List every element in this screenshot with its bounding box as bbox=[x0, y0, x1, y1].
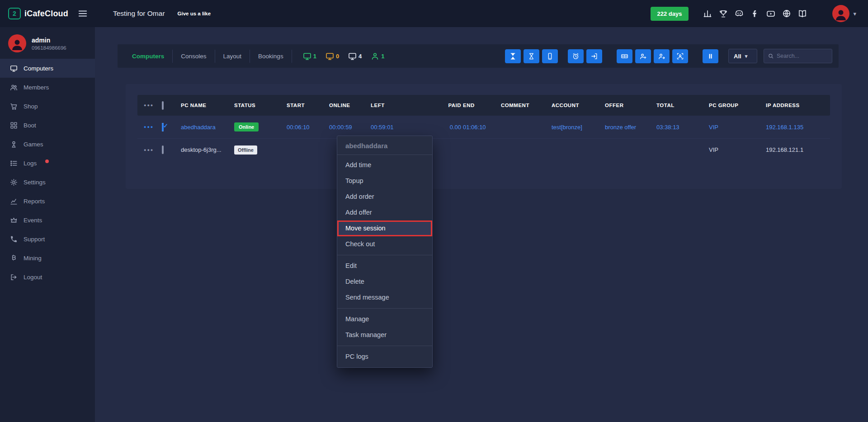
notification-dot bbox=[45, 159, 49, 163]
sidebar-item-reports[interactable]: Reports bbox=[0, 192, 95, 211]
avatar-chevron-down-icon[interactable] bbox=[853, 9, 856, 18]
user-avatar[interactable] bbox=[832, 5, 849, 22]
monitor-icon bbox=[303, 52, 311, 61]
menu-item-delete[interactable]: Delete bbox=[337, 274, 432, 290]
globe-icon[interactable] bbox=[782, 9, 791, 18]
account-link[interactable]: test[bronze] bbox=[552, 124, 605, 131]
user-silhouette-icon bbox=[835, 9, 847, 20]
select-all-checkbox[interactable] bbox=[162, 101, 164, 110]
menu-item-topup[interactable]: Topup bbox=[337, 173, 432, 189]
brand-name: iCafeCloud bbox=[24, 9, 68, 19]
toolbar: All bbox=[502, 49, 832, 63]
menu-item-edit[interactable]: Edit bbox=[337, 258, 432, 274]
search-input[interactable] bbox=[777, 53, 827, 59]
mobile-button[interactable] bbox=[542, 49, 558, 63]
sidebar-profile[interactable]: admin 096184986696 bbox=[0, 27, 95, 59]
menu-item-manage[interactable]: Manage bbox=[337, 311, 432, 327]
joystick-icon bbox=[10, 141, 18, 148]
main-content: Computers Consoles Layout Bookings 1 0 4… bbox=[95, 27, 868, 422]
monitor-icon bbox=[348, 52, 357, 61]
phone-icon bbox=[10, 235, 18, 243]
person-icon bbox=[371, 52, 379, 61]
tab-consoles[interactable]: Consoles bbox=[172, 50, 214, 63]
pause-icon bbox=[707, 52, 714, 60]
sidebar-item-mining[interactable]: Mining bbox=[0, 249, 95, 267]
transfer-member-button[interactable] bbox=[654, 49, 670, 63]
grid-icon bbox=[10, 122, 18, 129]
total-pcs-counter[interactable]: 4 bbox=[348, 52, 362, 61]
monitor-icon bbox=[10, 65, 18, 72]
alarm-button[interactable] bbox=[568, 49, 584, 63]
menu-item-add-order[interactable]: Add order bbox=[337, 189, 432, 205]
online-members-counter[interactable]: 1 bbox=[371, 52, 384, 61]
menu-item-task-manager[interactable]: Task manager bbox=[337, 327, 432, 343]
hourglass-filled-button[interactable] bbox=[505, 49, 521, 63]
row-checkbox[interactable] bbox=[162, 123, 164, 131]
youtube-icon[interactable] bbox=[766, 9, 775, 18]
sidebar-item-events[interactable]: Events bbox=[0, 211, 95, 230]
tab-bookings[interactable]: Bookings bbox=[250, 50, 292, 63]
facebook-icon[interactable] bbox=[750, 9, 760, 18]
leaderboard-icon[interactable] bbox=[703, 9, 712, 18]
sidebar-item-members[interactable]: Members bbox=[0, 78, 95, 97]
trophy-icon[interactable] bbox=[719, 9, 728, 18]
row-menu-icon[interactable] bbox=[137, 125, 158, 129]
sign-out-button[interactable] bbox=[586, 49, 602, 63]
status-badge: Online bbox=[234, 122, 259, 131]
tab-layout[interactable]: Layout bbox=[215, 50, 250, 63]
menu-item-add-offer[interactable]: Add offer bbox=[337, 205, 432, 220]
add-member-button[interactable] bbox=[635, 49, 651, 63]
topbar: 2 iCafeCloud Testing for Omar Give us a … bbox=[0, 0, 868, 27]
member-scan-button[interactable] bbox=[672, 49, 688, 63]
sidebar-item-computers[interactable]: Computers bbox=[0, 59, 95, 78]
users-icon bbox=[10, 84, 18, 91]
pc-name-link[interactable]: abedhaddara bbox=[181, 124, 234, 131]
cash-button[interactable] bbox=[617, 49, 632, 63]
admin-name: admin bbox=[32, 37, 66, 44]
menu-item-move-session[interactable]: Move session bbox=[337, 220, 432, 236]
menu-item-check-out[interactable]: Check out bbox=[337, 236, 432, 252]
row-checkbox[interactable] bbox=[162, 145, 164, 154]
table-row: abedhaddara Online 00:06:10 00:00:59 00:… bbox=[137, 116, 830, 138]
sidebar-item-support[interactable]: Support bbox=[0, 230, 95, 249]
menu-toggle-button[interactable] bbox=[78, 9, 88, 19]
subscription-days-button[interactable]: 222 days bbox=[651, 7, 689, 21]
menu-separator bbox=[337, 346, 432, 346]
status-filter-select[interactable]: All bbox=[728, 49, 757, 63]
list-icon bbox=[10, 159, 18, 167]
menu-item-pc-logs[interactable]: PC logs bbox=[337, 349, 432, 365]
menu-item-add-time[interactable]: Add time bbox=[337, 157, 432, 173]
tab-computers[interactable]: Computers bbox=[124, 50, 172, 63]
user-silhouette-icon bbox=[11, 38, 23, 50]
discord-icon[interactable] bbox=[735, 9, 744, 18]
handbook-icon[interactable] bbox=[798, 9, 807, 18]
online-pcs-counter[interactable]: 1 bbox=[303, 52, 316, 61]
cart-icon bbox=[10, 103, 18, 110]
monitor-icon bbox=[326, 52, 334, 61]
table-row: desktop-6j3rg... Offline VIP 192.168.121… bbox=[137, 138, 830, 161]
sidebar-item-shop[interactable]: Shop bbox=[0, 97, 95, 116]
sidebar-item-boot[interactable]: Boot bbox=[0, 116, 95, 135]
pc-name-link[interactable]: desktop-6j3rg... bbox=[181, 146, 234, 153]
hourglass-outline-icon bbox=[528, 52, 535, 60]
search-box bbox=[764, 49, 832, 63]
row-menu-icon[interactable] bbox=[137, 148, 158, 152]
app-logo-icon: 2 bbox=[8, 8, 21, 19]
brand: 2 iCafeCloud bbox=[0, 0, 95, 27]
search-icon bbox=[768, 53, 774, 59]
sidebar-item-settings[interactable]: Settings bbox=[0, 173, 95, 192]
header-row-menu-icon[interactable] bbox=[137, 103, 158, 108]
sidebar-item-logs[interactable]: Logs bbox=[0, 154, 95, 173]
menu-separator bbox=[337, 255, 432, 255]
menu-item-send-message[interactable]: Send message bbox=[337, 290, 432, 305]
scan-person-icon bbox=[676, 52, 684, 60]
sidebar-item-logout[interactable]: Logout bbox=[0, 267, 95, 286]
pause-button[interactable] bbox=[703, 49, 718, 63]
hourglass-outline-button[interactable] bbox=[524, 49, 539, 63]
sidebar-item-games[interactable]: Games bbox=[0, 135, 95, 154]
give-us-a-like-link[interactable]: Give us a like bbox=[178, 11, 211, 16]
status-badge: Offline bbox=[234, 145, 257, 155]
pending-pcs-counter[interactable]: 0 bbox=[326, 52, 339, 61]
pc-context-menu: abedhaddara Add time Topup Add order Add… bbox=[337, 136, 433, 368]
chart-icon bbox=[10, 197, 18, 205]
